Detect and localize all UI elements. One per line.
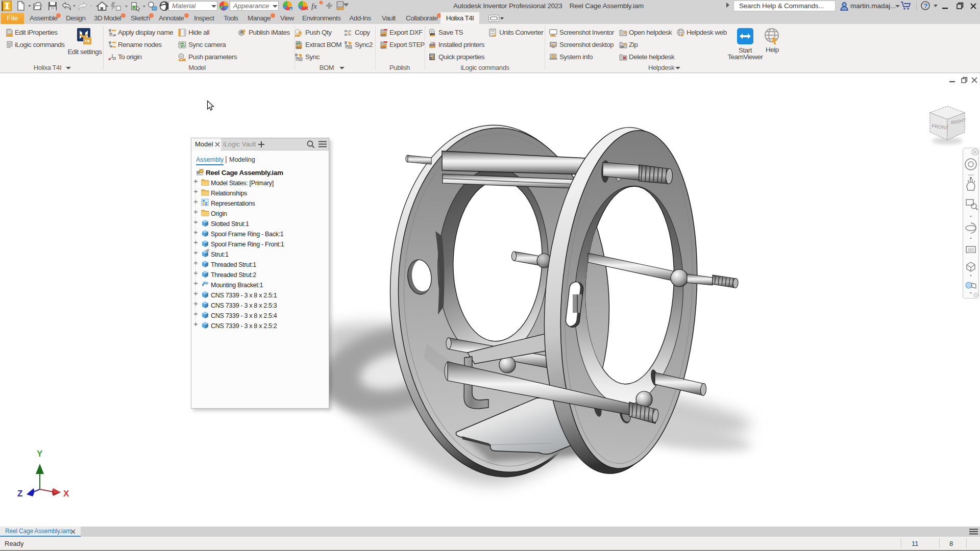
svg-text:STP: STP [381, 46, 386, 49]
svg-text:X: X [63, 489, 69, 498]
svg-text:fx: fx [311, 2, 317, 10]
svg-text:Spool Frame Ring - Front:1: Spool Frame Ring - Front:1 [211, 241, 284, 248]
svg-text:Relationships: Relationships [211, 190, 247, 197]
svg-text:?: ? [924, 2, 928, 10]
svg-text:CNS 7339 - 3 x 8 x 2.5:2: CNS 7339 - 3 x 8 x 2.5:2 [211, 322, 277, 330]
svg-text:Spool Frame Ring - Back:1: Spool Frame Ring - Back:1 [211, 231, 284, 238]
svg-text:Z: Z [17, 489, 22, 498]
svg-text:DXF: DXF [381, 34, 386, 37]
svg-text:?: ? [433, 41, 435, 46]
svg-text:CNS 7339 - 3 x 8 x 2.5:3: CNS 7339 - 3 x 8 x 2.5:3 [211, 302, 277, 309]
svg-text:Origin: Origin [211, 210, 227, 217]
svg-text:XLS: XLS [296, 46, 301, 49]
svg-text:CNS 7339 - 3 x 8 x 2.5:4: CNS 7339 - 3 x 8 x 2.5:4 [211, 312, 277, 319]
svg-text:Reel Cage Assembly.iam: Reel Cage Assembly.iam [206, 169, 283, 177]
svg-text:Threaded Strut:2: Threaded Strut:2 [211, 271, 256, 279]
svg-text:Mounting Bracket:1: Mounting Bracket:1 [211, 282, 263, 289]
svg-text:T4I: T4I [84, 39, 89, 43]
svg-text:Model States: [Primary]: Model States: [Primary] [211, 180, 274, 187]
svg-text:Strut:1: Strut:1 [211, 251, 229, 258]
svg-text:Representations: Representations [211, 200, 255, 207]
svg-text:CNS 7339 - 3 x 8 x 2.5:1: CNS 7339 - 3 x 8 x 2.5:1 [211, 292, 277, 299]
svg-text:Slotted Strut:1: Slotted Strut:1 [211, 220, 249, 228]
svg-text:Y: Y [37, 449, 43, 459]
svg-text:ZIP: ZIP [620, 45, 624, 48]
svg-text:Threaded Strut:1: Threaded Strut:1 [211, 261, 256, 268]
